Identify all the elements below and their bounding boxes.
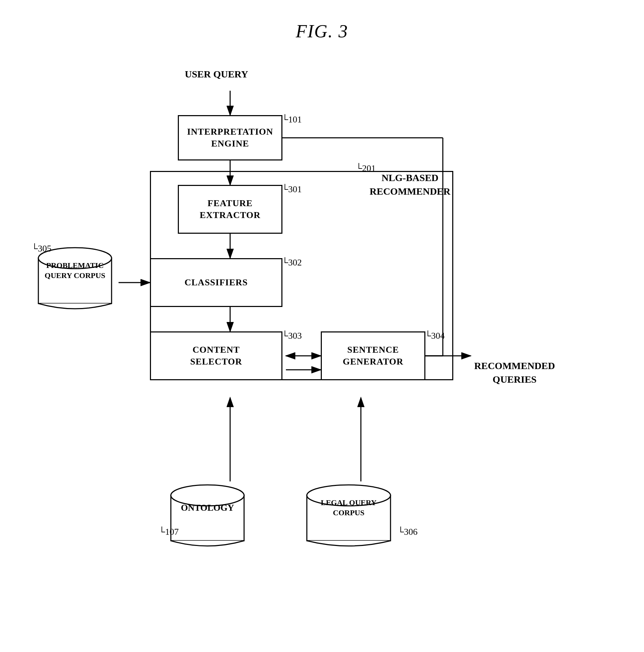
legal-query-ref: └306 — [397, 527, 417, 537]
nlg-recommender-ref: └201 — [356, 163, 376, 174]
feature-extractor-box: FEATURE EXTRACTOR — [178, 185, 282, 234]
svg-point-22 — [307, 485, 391, 506]
interpretation-engine-box: INTERPRETATION ENGINE — [178, 115, 282, 160]
feature-extractor-ref: └301 — [282, 184, 302, 195]
svg-point-20 — [171, 485, 244, 506]
content-selector-ref: └303 — [282, 331, 302, 341]
diagram-container: FIG. 3 — [0, 0, 644, 652]
content-selector-box: CONTENT SELECTOR — [150, 331, 282, 380]
problematic-query-corpus-cylinder: PROBLEMATIC QUERY CORPUS — [35, 244, 115, 314]
ontology-ref: └107 — [159, 527, 179, 537]
figure-title: FIG. 3 — [296, 21, 348, 42]
nlg-recommender-label: NLG-BASED RECOMMENDER — [370, 171, 450, 198]
sentence-generator-ref: └304 — [425, 331, 445, 341]
user-query-label: USER QUERY — [185, 68, 248, 81]
classifiers-ref: └302 — [282, 257, 302, 268]
ontology-cylinder: ONTOLOGY — [167, 481, 248, 551]
classifiers-box: CLASSIFIERS — [150, 258, 282, 307]
problematic-query-ref: └305 — [31, 243, 51, 254]
legal-query-corpus-cylinder: LEGAL QUERY CORPUS — [303, 481, 394, 551]
interpretation-engine-ref: └101 — [282, 114, 302, 125]
recommended-queries-label: RECOMMENDED QUERIES — [474, 345, 555, 387]
sentence-generator-box: SENTENCE GENERATOR — [321, 331, 425, 380]
